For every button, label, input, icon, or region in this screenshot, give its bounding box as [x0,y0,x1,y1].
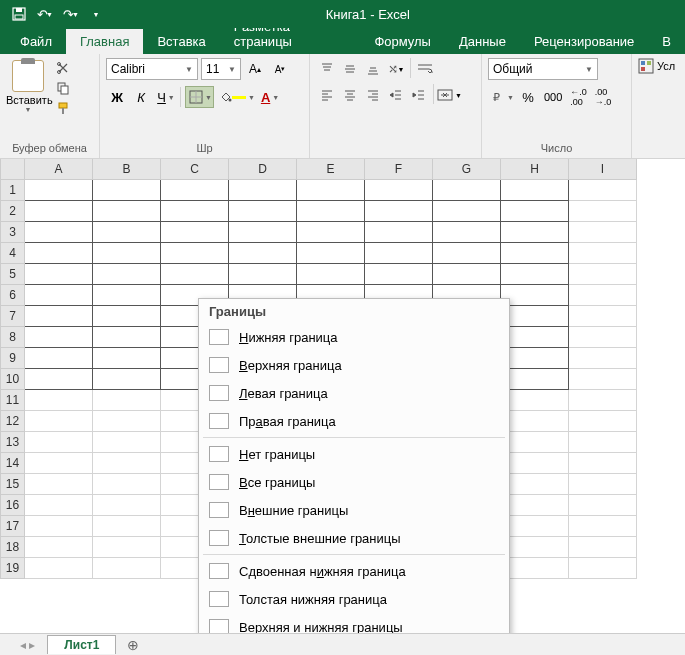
row-header[interactable]: 13 [1,431,25,452]
qat-customize-icon[interactable]: ▼ [86,3,108,25]
cell[interactable] [93,515,161,536]
cell[interactable] [433,221,501,242]
cell[interactable] [93,284,161,305]
cell[interactable] [501,410,569,431]
cell[interactable] [501,284,569,305]
cell[interactable] [25,179,93,200]
cell[interactable] [25,200,93,221]
cell[interactable] [501,557,569,578]
cell[interactable] [569,368,637,389]
cut-button[interactable] [54,60,72,76]
cell[interactable] [433,242,501,263]
row-header[interactable]: 7 [1,305,25,326]
align-top-button[interactable] [316,58,338,80]
cell[interactable] [25,368,93,389]
cell[interactable] [501,515,569,536]
cell[interactable] [501,326,569,347]
cell[interactable] [25,263,93,284]
cell[interactable] [93,494,161,515]
cell[interactable] [229,200,297,221]
border-menu-item[interactable]: Верхняя и нижняя границы [199,613,509,633]
cell[interactable] [501,536,569,557]
cell[interactable] [297,179,365,200]
cell[interactable] [433,200,501,221]
comma-button[interactable]: 000 [541,86,565,108]
border-menu-item[interactable]: Внешние границы [199,496,509,524]
border-menu-item[interactable]: Левая граница [199,379,509,407]
cell[interactable] [25,389,93,410]
cell[interactable] [25,242,93,263]
cell[interactable] [365,242,433,263]
cell[interactable] [501,263,569,284]
row-header[interactable]: 10 [1,368,25,389]
cell[interactable] [569,473,637,494]
cell[interactable] [569,452,637,473]
cell[interactable] [569,284,637,305]
cell[interactable] [501,368,569,389]
cell[interactable] [433,263,501,284]
cell[interactable] [569,410,637,431]
cell[interactable] [25,347,93,368]
cell[interactable] [161,179,229,200]
cell[interactable] [569,389,637,410]
sheet-nav[interactable]: ◂ ▸ [20,638,35,652]
sheet-tab[interactable]: Лист1 [47,635,116,654]
cell[interactable] [229,242,297,263]
cell[interactable] [229,263,297,284]
border-menu-item[interactable]: Все границы [199,468,509,496]
row-header[interactable]: 19 [1,557,25,578]
undo-button[interactable]: ↶▼ [34,3,56,25]
border-menu-item[interactable]: Нижняя граница [199,323,509,351]
cell[interactable] [433,179,501,200]
cell[interactable] [365,263,433,284]
row-header[interactable]: 12 [1,410,25,431]
number-format-select[interactable]: Общий▼ [488,58,598,80]
cell[interactable] [93,200,161,221]
cell[interactable] [569,557,637,578]
cell[interactable] [365,221,433,242]
accounting-format-button[interactable]: ₽▼ [488,86,515,108]
cell[interactable] [93,431,161,452]
orientation-button[interactable]: ⤭▼ [385,58,407,80]
align-center-button[interactable] [339,84,361,106]
cell[interactable] [161,200,229,221]
row-header[interactable]: 2 [1,200,25,221]
cell[interactable] [93,557,161,578]
redo-button[interactable]: ↷▼ [60,3,82,25]
row-header[interactable]: 16 [1,494,25,515]
row-header[interactable]: 17 [1,515,25,536]
cell[interactable] [25,305,93,326]
cell[interactable] [93,389,161,410]
cell[interactable] [501,221,569,242]
bold-button[interactable]: Ж [106,86,128,108]
cell[interactable] [93,410,161,431]
cell[interactable] [569,431,637,452]
italic-button[interactable]: К [130,86,152,108]
tab-home[interactable]: Главная [66,29,143,54]
cell[interactable] [93,536,161,557]
percent-button[interactable]: % [517,86,539,108]
row-header[interactable]: 9 [1,347,25,368]
cell[interactable] [569,515,637,536]
row-header[interactable]: 6 [1,284,25,305]
cell[interactable] [93,347,161,368]
cell[interactable] [297,200,365,221]
cell[interactable] [501,305,569,326]
column-header[interactable]: C [161,159,229,179]
cell[interactable] [569,221,637,242]
cell[interactable] [501,389,569,410]
cell[interactable] [93,326,161,347]
increase-font-button[interactable]: A▴ [244,58,266,80]
align-right-button[interactable] [362,84,384,106]
cell[interactable] [25,515,93,536]
cell[interactable] [501,347,569,368]
decrease-indent-button[interactable] [385,84,407,106]
column-header[interactable]: B [93,159,161,179]
row-header[interactable]: 1 [1,179,25,200]
cell[interactable] [569,536,637,557]
column-header[interactable]: A [25,159,93,179]
cell[interactable] [365,179,433,200]
cell[interactable] [501,431,569,452]
border-menu-item[interactable]: Сдвоенная нижняя граница [199,557,509,585]
cell[interactable] [297,263,365,284]
